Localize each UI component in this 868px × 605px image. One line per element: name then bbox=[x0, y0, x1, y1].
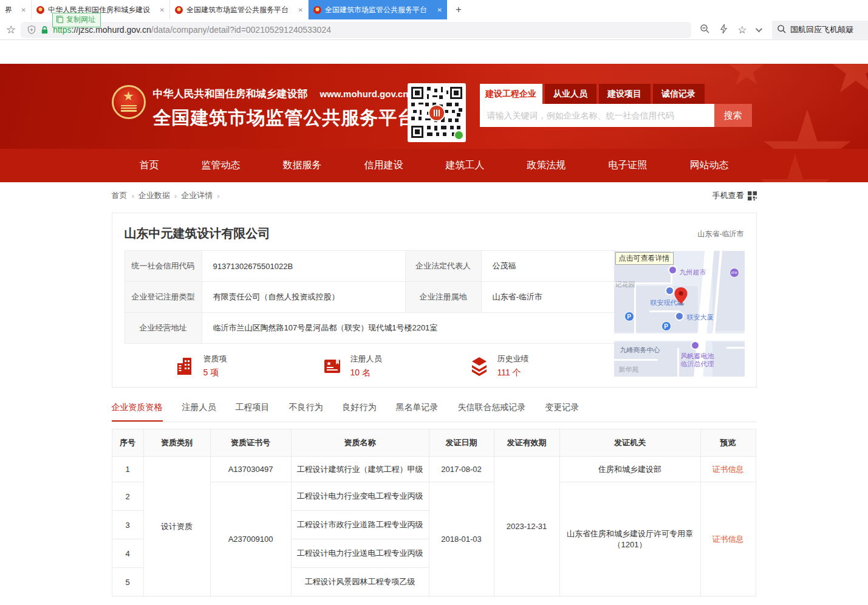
certificate-info-link[interactable]: 证书信息 bbox=[713, 465, 744, 474]
company-stats: 资质项 5 项 注册人员 10 名 bbox=[125, 354, 615, 378]
map-label-battery-2: 临沂总代理 bbox=[681, 360, 714, 369]
reg-type-value: 有限责任公司（自然人投资或控股） bbox=[202, 282, 405, 313]
search-tab-projects[interactable]: 建设项目 bbox=[599, 84, 651, 104]
cell-authority: 山东省住房和城乡建设厅许可专用章（1201） bbox=[559, 482, 700, 596]
keyword-input[interactable] bbox=[480, 104, 714, 127]
search-tab-practitioners[interactable]: 从业人员 bbox=[545, 84, 596, 104]
mobile-view-link[interactable]: 手机查看 bbox=[713, 190, 757, 201]
col-authority: 发证机关 bbox=[559, 429, 700, 457]
chevron-down-icon[interactable] bbox=[756, 26, 762, 32]
reg-type-label: 企业登记注册类型 bbox=[125, 282, 202, 313]
flash-icon[interactable] bbox=[719, 24, 728, 36]
breadcrumb-enterprise-data[interactable]: 企业数据 bbox=[138, 190, 170, 201]
new-tab-button[interactable] bbox=[447, 0, 470, 19]
decor-star-icon bbox=[829, 64, 868, 97]
tab-change-records[interactable]: 变更记录 bbox=[545, 402, 579, 422]
nav-item-construction-workers[interactable]: 建筑工人 bbox=[446, 159, 485, 172]
breadcrumb-enterprise-detail[interactable]: 企业详情 bbox=[181, 190, 213, 201]
breadcrumb-separator bbox=[132, 191, 134, 200]
cell-qual-name: 工程设计风景园林工程专项乙级 bbox=[291, 568, 429, 596]
mobile-view-label: 手机查看 bbox=[713, 190, 744, 201]
cell-index: 4 bbox=[112, 539, 143, 568]
tab-close-icon[interactable] bbox=[437, 7, 442, 13]
breadcrumb: 首页 企业数据 企业详情 手机查看 bbox=[112, 182, 757, 209]
zoom-out-icon[interactable] bbox=[700, 24, 710, 36]
site-search: 建设工程企业 从业人员 建设项目 诚信记录 搜索 bbox=[480, 84, 752, 127]
cell-issue-date: 2018-01-03 bbox=[429, 482, 494, 596]
tab-projects[interactable]: 工程项目 bbox=[236, 402, 270, 422]
stat-label: 注册人员 bbox=[350, 354, 382, 364]
company-info-table: 统一社会信用代码 91371302675501022B 企业法定代表人 公茂福 … bbox=[125, 250, 615, 344]
address-bar[interactable]: https://jzsc.mohurd.gov.cn/data/company/… bbox=[21, 22, 691, 38]
cell-index: 5 bbox=[112, 568, 143, 596]
qualification-table: 序号 资质类别 资质证书号 资质名称 发证日期 发证有效期 发证机关 预览 1 … bbox=[112, 429, 756, 596]
tab-registered-personnel[interactable]: 注册人员 bbox=[182, 402, 216, 422]
stat-registered-personnel: 注册人员 10 名 bbox=[321, 354, 468, 378]
decor-star-icon bbox=[762, 109, 853, 149]
tab-good-behavior[interactable]: 良好行为 bbox=[343, 402, 377, 422]
tab-close-icon[interactable] bbox=[298, 7, 303, 13]
map-road bbox=[634, 284, 636, 334]
qr-code bbox=[408, 83, 466, 142]
credit-code-value: 91371302675501022B bbox=[202, 251, 405, 282]
detail-tabs: 企业资质资格 注册人员 工程项目 不良行为 良好行为 黑名单记录 失信联合惩戒记… bbox=[112, 402, 757, 422]
browser-tab-0[interactable]: 界 bbox=[0, 0, 32, 19]
location-map[interactable]: 九州超市 ATM 记花园 联安现代城 联安大厦 P P 九峰商务中心 风帆蓄电池… bbox=[614, 251, 745, 377]
company-name: 山东中元建筑设计有限公司 bbox=[125, 225, 270, 242]
nav-item-data-services[interactable]: 数据服务 bbox=[283, 159, 322, 172]
map-label-xinhuayuan: 新华苑 bbox=[619, 365, 639, 374]
table-row: 1 设计资质 A137030497 工程设计建筑行业（建筑工程）甲级 2017-… bbox=[112, 457, 756, 482]
building-icon bbox=[174, 355, 196, 377]
table-row: 企业经营地址 临沂市兰山区陶然路107号星河晶都（联安）现代城1号楼2201室 bbox=[125, 313, 615, 344]
breadcrumb-separator bbox=[174, 191, 177, 200]
reg-region-value: 山东省-临沂市 bbox=[481, 282, 615, 313]
tab-close-icon[interactable] bbox=[160, 7, 165, 13]
address-bar-row: https://jzsc.mohurd.gov.cn/data/company/… bbox=[0, 19, 868, 40]
nav-item-home[interactable]: 首页 bbox=[140, 159, 159, 172]
tab-close-icon[interactable] bbox=[21, 7, 26, 13]
search-tab-credit-records[interactable]: 诚信记录 bbox=[653, 84, 705, 104]
nav-item-e-certificates[interactable]: 电子证照 bbox=[609, 159, 648, 172]
platform-title: 全国建筑市场监管公共服务平台 bbox=[153, 106, 417, 131]
stat-value: 10 名 bbox=[350, 367, 382, 378]
certificate-icon bbox=[321, 355, 343, 377]
tab-dishonesty-records[interactable]: 失信联合惩戒记录 bbox=[458, 402, 526, 422]
tab-bad-behavior[interactable]: 不良行为 bbox=[289, 402, 323, 422]
quick-search-box[interactable]: 国航回应飞机颠簸 bbox=[772, 21, 868, 39]
secure-lock-icon bbox=[40, 26, 49, 35]
map-red-marker-icon bbox=[674, 287, 688, 307]
page-top-gap bbox=[0, 40, 868, 64]
qr-mini-icon bbox=[748, 191, 757, 200]
quick-search-text: 国航回应飞机颠簸 bbox=[790, 24, 853, 35]
tab-enterprise-qualifications[interactable]: 企业资质资格 bbox=[112, 402, 163, 422]
cell-preview: 证书信息 bbox=[700, 482, 756, 596]
favorite-star-icon[interactable] bbox=[737, 24, 747, 36]
stat-label: 历史业绩 bbox=[497, 354, 529, 364]
nav-item-site-news[interactable]: 网站动态 bbox=[690, 159, 729, 172]
browser-tab-2[interactable]: 全国建筑市场监管公共服务平台 bbox=[170, 0, 309, 19]
nav-item-supervision-news[interactable]: 监管动态 bbox=[202, 159, 241, 172]
bookmark-star-icon[interactable] bbox=[6, 23, 16, 36]
tab-blacklist-records[interactable]: 黑名单记录 bbox=[396, 402, 439, 422]
browser-chrome: 界 中华人民共和国住房和城乡建设 全国建筑市场监管公共服务平台 全国建筑市场监管… bbox=[0, 0, 868, 40]
company-region: 山东省-临沂市 bbox=[698, 229, 744, 239]
nav-item-credit-building[interactable]: 信用建设 bbox=[364, 159, 403, 172]
site-favicon-icon bbox=[313, 6, 321, 14]
col-qual-name: 资质名称 bbox=[291, 429, 429, 457]
address-bar-actions bbox=[700, 24, 760, 36]
search-tab-construction-enterprise[interactable]: 建设工程企业 bbox=[480, 84, 542, 104]
table-row: 统一社会信用代码 91371302675501022B 企业法定代表人 公茂福 bbox=[125, 251, 615, 282]
col-preview: 预览 bbox=[700, 429, 756, 457]
cell-index: 3 bbox=[112, 511, 143, 539]
cell-validity: 2023-12-31 bbox=[494, 457, 559, 596]
nav-item-policies[interactable]: 政策法规 bbox=[527, 159, 566, 172]
certificate-info-link[interactable]: 证书信息 bbox=[713, 535, 744, 544]
cell-index: 1 bbox=[112, 457, 143, 482]
breadcrumb-home[interactable]: 首页 bbox=[112, 190, 128, 201]
browser-tab-active[interactable]: 全国建筑市场监管公共服务平台 bbox=[309, 0, 447, 19]
stat-historical-performance: 历史业绩 111 个 bbox=[468, 354, 615, 378]
search-button[interactable]: 搜索 bbox=[714, 104, 752, 127]
map-pin-battery-icon bbox=[691, 341, 700, 350]
col-index: 序号 bbox=[112, 429, 143, 457]
shield-icon[interactable] bbox=[27, 25, 36, 35]
